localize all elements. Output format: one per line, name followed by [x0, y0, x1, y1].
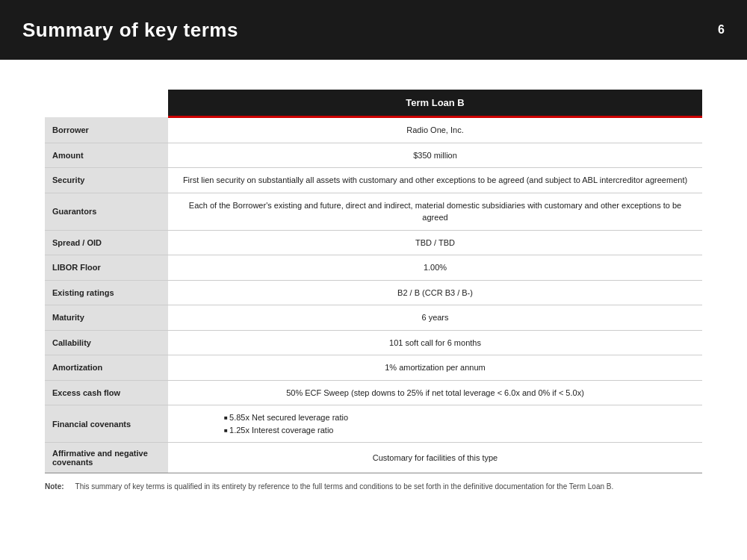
list-item: 1.25x Interest coverage ratio: [224, 424, 691, 437]
terms-table: Term Loan B BorrowerRadio One, Inc.Amoun…: [45, 90, 702, 473]
row-label: LIBOR Floor: [45, 255, 168, 281]
row-label: Financial covenants: [45, 405, 168, 443]
row-value: 5.85x Net secured leverage ratio1.25x In…: [168, 405, 702, 443]
row-label: Callability: [45, 330, 168, 355]
table-row: Existing ratingsB2 / B (CCR B3 / B-): [45, 280, 702, 305]
row-label: Maturity: [45, 305, 168, 331]
row-label: Borrower: [45, 117, 168, 143]
row-value: 50% ECF Sweep (step downs to 25% if net …: [168, 380, 702, 405]
row-value: 101 soft call for 6 months: [168, 330, 702, 355]
table-row: Amortization1% amortization per annum: [45, 355, 702, 381]
row-label: Excess cash flow: [45, 380, 168, 405]
row-value: $350 million: [168, 143, 702, 168]
row-label: Existing ratings: [45, 280, 168, 305]
table-row: BorrowerRadio One, Inc.: [45, 117, 702, 143]
footnote: Note: This summary of key terms is quali…: [45, 482, 702, 491]
row-value: 1.00%: [168, 255, 702, 281]
main-content: Term Loan B BorrowerRadio One, Inc.Amoun…: [0, 60, 747, 505]
table-row: Excess cash flow50% ECF Sweep (step down…: [45, 380, 702, 405]
note-label: Note:: [45, 482, 64, 491]
table-row: Spread / OIDTBD / TBD: [45, 230, 702, 255]
table-row: Amount$350 million: [45, 143, 702, 168]
row-label: Amortization: [45, 355, 168, 381]
header-empty-col: [45, 90, 168, 117]
note-text: This summary of key terms is qualified i…: [75, 482, 614, 491]
table-row: Callability101 soft call for 6 months: [45, 330, 702, 355]
row-value: First lien security on substantially all…: [168, 168, 702, 193]
table-row: Affirmative and negative covenantsCustom…: [45, 443, 702, 473]
page-number: 6: [718, 23, 725, 37]
row-label: Affirmative and negative covenants: [45, 443, 168, 473]
list-item: 5.85x Net secured leverage ratio: [224, 411, 691, 424]
page-header: Summary of key terms 6: [0, 0, 747, 60]
row-value: 6 years: [168, 305, 702, 331]
table-row: LIBOR Floor1.00%: [45, 255, 702, 281]
table-row: Financial covenants5.85x Net secured lev…: [45, 405, 702, 443]
table-row: Maturity6 years: [45, 305, 702, 331]
row-label: Amount: [45, 143, 168, 168]
column-header: Term Loan B: [168, 90, 702, 117]
row-value: B2 / B (CCR B3 / B-): [168, 280, 702, 305]
row-value: 1% amortization per annum: [168, 355, 702, 381]
row-value: Customary for facilities of this type: [168, 443, 702, 473]
row-label: Spread / OID: [45, 230, 168, 255]
row-value: TBD / TBD: [168, 230, 702, 255]
row-value: Radio One, Inc.: [168, 117, 702, 143]
row-value: Each of the Borrower's existing and futu…: [168, 193, 702, 230]
table-row: GuarantorsEach of the Borrower's existin…: [45, 193, 702, 230]
page-title: Summary of key terms: [22, 19, 238, 42]
table-row: SecurityFirst lien security on substanti…: [45, 168, 702, 193]
row-label: Guarantors: [45, 193, 168, 230]
row-label: Security: [45, 168, 168, 193]
